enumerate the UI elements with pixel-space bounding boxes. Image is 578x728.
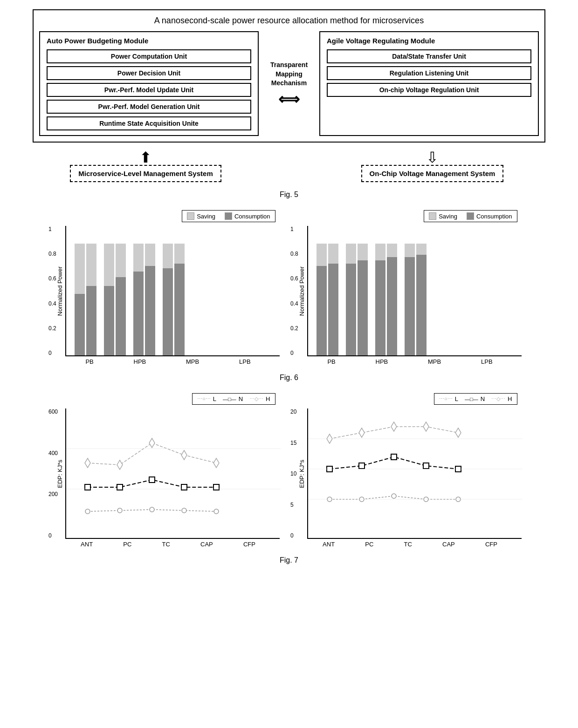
fig7-chart2-ylabel: EDP: KJ*s [298,460,305,488]
svg-marker-19 [423,422,429,431]
fig5-bottom-left-label: Microservice-Level Management System [70,165,221,182]
svg-marker-17 [359,428,365,437]
fig5-unit-2: Pwr.-Perf. Model Update Unit [47,83,251,97]
fig5-inner-row: Auto Power Budgeting Module Power Comput… [39,31,539,136]
fig7-section: ⋯○⋯ L —□— N ⋯◇⋯ H EDP: KJ*s 0 200 40 [33,393,545,548]
fig6-bar-pb2-cons1 [86,286,96,355]
fig5-title: A nanosecond-scale power resource alloca… [39,16,539,26]
fig7-chart2-svg [308,408,523,539]
fig6-bar-group-hpb1 [104,244,126,355]
svg-point-13 [214,509,219,514]
fig7-label: Fig. 7 [280,556,298,565]
fig6-chart2-legend: Saving Consumption [424,210,517,222]
svg-rect-22 [359,463,365,469]
fig5-arrow-down-open: ⇩ [426,150,439,165]
fig6-chart1-xlabels: PB HPB MPB LPB [61,358,275,365]
fig5-right-module-title: Agile Voltage Regulating Module [327,37,531,45]
fig5-bottom-left: ⬆ Microservice-Level Management System [33,150,259,182]
fig5-unit-0: Power Computation Unit [47,49,251,63]
fig7-chart1-yticks: 0 200 400 600 [48,408,58,539]
fig6-legend-consumption2: Consumption [467,212,512,220]
fig6-section: Saving Consumption Normalized Power 0 0.… [33,210,545,365]
fig5-arrow-up-solid: ⬆ [139,150,152,165]
svg-marker-2 [181,450,187,460]
fig6-chart2-xlabels: PB HPB MPB LPB [303,358,517,365]
fig7-chart2: ⋯○⋯ L —□— N ⋯◇⋯ H EDP: KJ*s 0 5 10 [298,393,522,548]
fig5-double-arrow: ⟺ [278,92,300,107]
fig6-saving-label1: Saving [197,213,215,220]
fig7-chart1-area [65,408,280,539]
fig7-chart2-outer: EDP: KJ*s 0 5 10 15 20 [298,408,522,539]
fig7-chart2-xlabels: ANT PC TC CAP CFP [303,541,517,548]
fig6-saving-swatch1 [187,212,194,220]
fig6-chart2-yticks: 0 0.2 0.4 0.6 0.8 1 [290,226,298,356]
fig6-chart1-rel: 0 0.2 0.4 0.6 0.8 1 [65,226,280,356]
fig7-chart1-svg [66,408,281,539]
fig7-chart1-legend: ⋯○⋯ L —□— N ⋯◇⋯ H [192,393,275,405]
fig5-bottom-right-label: On-Chip Voltage Management System [361,165,504,182]
fig7-chart2-area [307,408,522,539]
fig7-chart1: ⋯○⋯ L —□— N ⋯◇⋯ H EDP: KJ*s 0 200 40 [56,393,280,548]
fig5-right-unit-2: On-chip Voltage Regulation Unit [327,83,531,97]
fig6-legend-saving2: Saving [429,212,457,220]
fig5-outer-box: A nanosecond-scale power resource alloca… [33,9,545,143]
fig5-label: Fig. 5 [280,191,298,199]
fig6-legend-saving1: Saving [187,212,215,220]
fig5-unit-4: Runtime State Acquisition Unite [47,116,251,130]
svg-marker-1 [149,438,155,448]
svg-point-11 [150,507,154,512]
fig6-chart2-rel: 0 0.2 0.4 0.6 0.8 1 [307,226,522,356]
svg-marker-20 [455,428,461,437]
svg-point-9 [85,509,90,514]
fig6-chart1-outer: Normalized Power 0 0.2 0.4 0.6 0.8 1 [56,226,280,356]
fig5-right-unit-0: Data/State Transfer Unit [327,49,531,63]
fig7-chart2-yticks: 0 5 10 15 20 [290,408,296,539]
svg-rect-6 [149,477,155,483]
fig6-chart1-area [65,226,280,356]
svg-marker-0 [117,460,123,469]
svg-marker-18 [391,422,397,431]
fig6-consumption-label1: Consumption [234,213,270,220]
fig6-chart2: Saving Consumption Normalized Power 0 0.… [298,210,522,365]
fig5-bottom-right: ⇩ On-Chip Voltage Management System [319,150,545,182]
fig5-right-unit-1: Regulation Listening Unit [327,66,531,80]
fig5-center: TransparentMappingMechanism ⟺ [259,31,319,136]
fig7-legend-L1: ⋯○⋯ L [197,395,216,402]
fig7-H-marker-0 [85,458,90,468]
fig6-chart2-ylabel: Normalized Power [298,266,305,316]
fig6-legend-consumption1: Consumption [225,212,270,220]
fig6-label: Fig. 6 [280,374,298,382]
fig6-bar2-pb [317,244,338,355]
fig7-legend-H2: ⋯◇⋯ H [491,395,512,402]
svg-marker-3 [213,458,219,468]
fig5-right-module: Agile Voltage Regulating Module Data/Sta… [319,31,539,136]
fig7-chart1-rel: 0 200 400 600 [65,408,280,539]
fig6-bar-group-lpb1 [163,244,185,355]
svg-rect-24 [423,463,429,469]
fig6-chart2-outer: Normalized Power 0 0.2 0.4 0.6 0.8 1 [298,226,522,356]
fig5-unit-1: Power Decision Unit [47,66,251,80]
fig5-left-module: Auto Power Budgeting Module Power Comput… [39,31,259,136]
fig6-chart1: Saving Consumption Normalized Power 0 0.… [56,210,280,365]
fig7-chart2-legend: ⋯○⋯ L —□— N ⋯◇⋯ H [434,393,517,405]
fig7-legend-N2: —□— N [465,395,485,402]
fig6-chart1-legend: Saving Consumption [182,210,275,222]
fig5-left-module-title: Auto Power Budgeting Module [47,37,251,45]
fig6-chart1-ylabel: Normalized Power [56,266,63,316]
fig7-legend-H1: ⋯◇⋯ H [249,395,270,402]
fig6-chart1-yticks: 0 0.2 0.4 0.6 0.8 1 [48,226,56,356]
svg-rect-23 [391,454,397,460]
fig5-center-label: TransparentMappingMechanism [270,61,308,88]
fig6-chart2-area [307,226,522,356]
fig5-section: A nanosecond-scale power resource alloca… [33,9,545,182]
fig7-chart1-outer: EDP: KJ*s 0 200 400 600 [56,408,280,539]
svg-point-10 [117,508,122,513]
fig6-bar-group-pb1 [75,244,96,355]
fig6-bar-pb-cons1 [75,294,85,355]
fig6-bar-group-mpb1 [133,244,155,355]
fig5-bottom-row: ⬆ Microservice-Level Management System ⇩… [33,150,545,182]
svg-point-28 [392,494,396,498]
svg-point-12 [182,508,186,513]
fig6-consumption-swatch1 [225,212,232,220]
fig6-bar-pb-saving1 [75,244,85,294]
